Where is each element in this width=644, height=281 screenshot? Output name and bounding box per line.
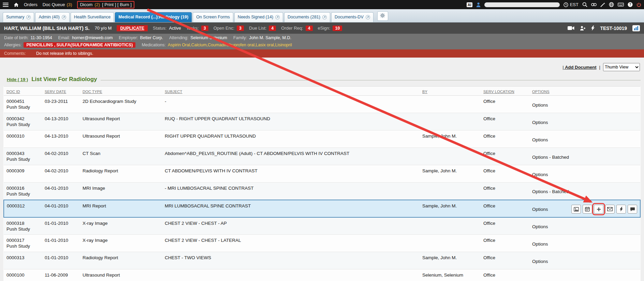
open-enc-counter[interactable]: Open Enc: 3: [214, 26, 244, 31]
envelope-icon[interactable]: [605, 205, 615, 214]
doc-id-link[interactable]: 0000318: [6, 220, 39, 226]
due-list-badge[interactable]: 4: [269, 26, 276, 31]
duplicate-badge[interactable]: DUPLICATE: [117, 25, 148, 31]
push-study-link[interactable]: Push Study: [6, 191, 39, 197]
push-study-link[interactable]: Push Study: [6, 226, 39, 232]
table-row[interactable]: 0000343 Push Study 04-02-2010 CT Scan Ab…: [4, 148, 640, 165]
medication-link[interactable]: Lasix oral: [255, 43, 275, 47]
col-by[interactable]: BY: [420, 87, 481, 96]
table-row[interactable]: 0000312 04-01-2010 MRI Report MRI LUMBOS…: [4, 200, 640, 217]
ai-badge[interactable]: AI: [467, 2, 472, 7]
tab-documents-dv[interactable]: Documents-DV: [331, 12, 374, 22]
tab-medical-record-radiology[interactable]: Medical Record (...):Radiology (19): [115, 12, 192, 22]
tab-on-screen-forms[interactable]: On Screen Forms: [193, 12, 233, 22]
popout-icon[interactable]: [275, 15, 280, 19]
table-row[interactable]: 0000310 04-13-2010 Ultrasound Report RIG…: [4, 130, 640, 148]
doc-id-link[interactable]: 0000313: [6, 255, 39, 261]
add-person-icon[interactable]: [580, 26, 586, 31]
doc-id-link[interactable]: 0000316: [6, 185, 39, 191]
tab-health-surveillance[interactable]: Health Surveillance: [71, 12, 114, 22]
doc-id-link[interactable]: 0000310: [6, 133, 39, 139]
esign-badge[interactable]: 10: [333, 26, 342, 31]
table-row[interactable]: 0000313 01-01-2010 Radiology Report CHES…: [4, 252, 640, 269]
plus-icon[interactable]: [594, 205, 603, 214]
tasks-counter[interactable]: Tasks: 3: [186, 26, 208, 31]
due-list-counter[interactable]: Due List: 4: [249, 26, 276, 31]
push-study-link[interactable]: Push Study: [6, 243, 39, 249]
topbar-search-input[interactable]: [484, 2, 560, 7]
tab-admin[interactable]: Admin (40): [35, 12, 69, 22]
doc-id-link[interactable]: 0000451: [6, 98, 39, 104]
doc-id-link[interactable]: 0000343: [6, 151, 39, 156]
add-document-link[interactable]: Add Document: [562, 65, 596, 70]
options-link[interactable]: Options: [532, 102, 548, 108]
table-row[interactable]: 0000317 Push Study 01-01-2010 X-ray Imag…: [4, 235, 640, 252]
timezone-indicator[interactable]: EST: [564, 2, 579, 7]
popout-icon[interactable]: [26, 15, 31, 19]
dicom-print-burn[interactable]: [ Print ] [ Burn ]: [102, 2, 132, 7]
options-link[interactable]: Options: [532, 137, 548, 143]
topbar-item-doc-queue[interactable]: Doc Queue (3): [43, 2, 72, 7]
hamburger-icon[interactable]: [3, 3, 9, 7]
push-study-link[interactable]: Push Study: [6, 156, 39, 162]
popout-icon[interactable]: [366, 15, 370, 19]
popout-icon[interactable]: [322, 15, 327, 19]
wand-icon[interactable]: [600, 2, 605, 7]
allergies-badge[interactable]: PENICILLINS , SULFA(SULFONAMIDE ANTIBIOT…: [24, 42, 135, 48]
options-link[interactable]: Options: [532, 120, 548, 125]
col-serv-location[interactable]: SERV LOCATION: [481, 87, 529, 96]
tasks-badge[interactable]: 3: [201, 26, 208, 31]
tab-summary[interactable]: Summary: [3, 12, 34, 22]
view-mode-select[interactable]: Thumb View: [603, 63, 640, 71]
options-link[interactable]: Options - Batched: [532, 154, 569, 160]
table-row[interactable]: 0000309 04-02-2010 Radiology Report CT A…: [4, 165, 640, 183]
lightning-icon[interactable]: [591, 26, 595, 31]
user-icon[interactable]: [476, 2, 481, 7]
tab-settings-button[interactable]: [377, 11, 388, 21]
col-options[interactable]: OPTIONS: [529, 87, 640, 96]
options-link[interactable]: Options: [532, 224, 548, 230]
video-camera-icon[interactable]: [568, 26, 574, 30]
calendar-icon[interactable]: [583, 205, 592, 214]
table-row[interactable]: 0000100 11-06-2009 Ultrasound Report Sel…: [4, 269, 640, 281]
options-link[interactable]: Options: [532, 206, 548, 212]
col-subject[interactable]: SUBJECT: [162, 87, 420, 96]
link-icon[interactable]: [591, 3, 597, 6]
push-study-link[interactable]: Push Study: [6, 122, 39, 127]
push-study-link[interactable]: Push Study: [6, 104, 39, 110]
doc-id-link[interactable]: 0000342: [6, 116, 39, 122]
popout-icon[interactable]: [62, 15, 66, 19]
order-req-badge[interactable]: 4: [306, 26, 313, 31]
table-row[interactable]: 0000342 Push Study 04-13-2010 Ultrasound…: [4, 113, 640, 130]
home-icon[interactable]: [14, 2, 19, 7]
options-link[interactable]: Options: [532, 241, 548, 247]
keyboard-icon[interactable]: [618, 3, 624, 6]
hide-link[interactable]: Hide ( 19 ): [7, 77, 28, 82]
medication-link[interactable]: Calcium: [191, 43, 208, 47]
doc-id-link[interactable]: 0000312: [7, 203, 39, 209]
search-icon[interactable]: [582, 2, 587, 7]
options-link[interactable]: Options - Batched: [532, 189, 569, 194]
doc-id-link[interactable]: 0000317: [6, 237, 39, 243]
comment-icon[interactable]: [628, 205, 637, 214]
lightning-icon[interactable]: [616, 205, 626, 214]
doc-id-link[interactable]: 0000100: [6, 272, 39, 278]
topbar-item-dicom[interactable]: Dicom (2) [ Print ] [ Burn ]: [77, 1, 134, 9]
table-row[interactable]: 0000451 Push Study 03-23-2011 2D Echocar…: [4, 96, 640, 113]
esign-counter[interactable]: eSign: 10: [318, 26, 342, 31]
table-row[interactable]: 0000316 Push Study 04-01-2010 MRI Image …: [4, 183, 640, 200]
order-req-counter[interactable]: Order Req: 4: [281, 26, 312, 31]
medication-link[interactable]: Coumadin: [208, 43, 228, 47]
medication-link[interactable]: Aspirin Oral: [168, 43, 191, 47]
col-doc-id[interactable]: DOC ID: [4, 87, 42, 96]
help-icon[interactable]: ?: [628, 2, 633, 7]
medication-link[interactable]: Lisinopril: [275, 43, 292, 47]
power-icon[interactable]: [636, 2, 641, 7]
tab-documents[interactable]: Documents (281): [284, 12, 330, 22]
col-serv-date[interactable]: SERV DATE: [42, 87, 80, 96]
tab-needs-signed[interactable]: Needs Signed (14): [234, 12, 283, 22]
options-link[interactable]: Options: [532, 259, 548, 264]
col-doc-type[interactable]: DOC TYPE: [80, 87, 162, 96]
open-enc-badge[interactable]: 3: [237, 26, 244, 31]
table-row[interactable]: 0000318 Push Study 01-01-2010 X-ray Imag…: [4, 217, 640, 235]
